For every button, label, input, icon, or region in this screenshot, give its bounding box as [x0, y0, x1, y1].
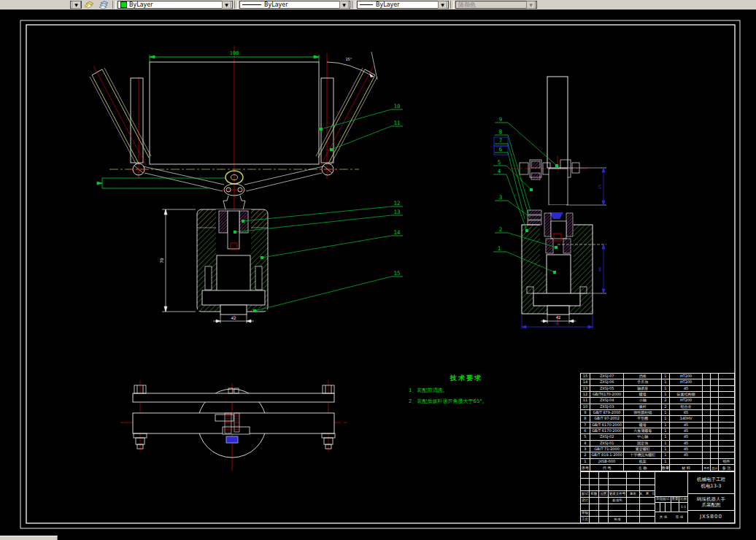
bom-cell: 11	[581, 398, 590, 403]
bom-cell: ZXSJ-02	[590, 434, 625, 439]
label-zone: 分区	[599, 491, 609, 497]
bom-cell	[703, 416, 711, 421]
toolbar-separator	[234, 1, 238, 9]
bom-cell: 45	[670, 434, 703, 439]
bom-cell	[719, 447, 734, 452]
bom-cell: 螺母	[624, 392, 661, 397]
dim-side-upper: 25	[598, 185, 602, 190]
title-block-revision-grid: 标记 处数 分区 更改文件号 签名 年、月、日 设计 标准化 审核 工艺	[581, 472, 655, 522]
bom-cell: 1	[662, 447, 670, 452]
lineweight-control-combo[interactable]: ByLayer ▼	[357, 1, 449, 9]
bom-cell: 2	[662, 404, 670, 409]
bom-row: 12GB/T6170-2000螺母1碳素结构钢	[581, 391, 734, 397]
color-control-combo[interactable]: ByLayer ▼	[117, 1, 233, 9]
label-sheet: 第 张	[676, 516, 683, 520]
chevron-down-icon[interactable]: ▼	[339, 1, 349, 9]
layer-combo-arrow[interactable]: ▼	[70, 1, 82, 9]
bom-cell: 8	[581, 416, 590, 421]
callout-8: 8	[499, 128, 503, 135]
bom-cell: 1	[662, 441, 670, 446]
bom-cell	[711, 404, 719, 409]
properties-toolbar: ▼ ByLayer ▼ ByLayer ▼	[0, 0, 756, 10]
label-stage: 阶段标记	[655, 497, 671, 502]
bom-cell	[719, 386, 734, 391]
bom-row: 3GB/T 71-2000紧定螺钉145	[581, 446, 734, 452]
bom-cell	[719, 398, 734, 403]
plotstyle-combo-value: 随颜色	[458, 1, 476, 9]
chevron-down-icon[interactable]: ▼	[438, 1, 447, 9]
callout-9: 9	[499, 116, 503, 123]
front-view: 100 15°	[90, 46, 377, 323]
label-design: 设计	[581, 498, 590, 504]
bom-row: 7GB/T 6170-2000螺母145	[581, 422, 734, 428]
bom-cell: 7	[581, 423, 590, 428]
bom-header-name: 名 称	[624, 465, 661, 471]
label-sign: 签名	[627, 491, 640, 497]
callout-12: 12	[393, 200, 400, 207]
bom-cell	[719, 441, 734, 446]
bom-cell	[719, 392, 734, 397]
bom-cell	[719, 428, 734, 433]
bom-cell: 1	[581, 459, 590, 464]
bom-cell: HT200	[670, 398, 703, 403]
bom-cell: 1	[662, 459, 670, 464]
layer-previous-icon	[84, 1, 94, 9]
bom-cell	[703, 374, 711, 379]
bom-header-unit: 单件	[703, 465, 711, 471]
bom-cell	[711, 374, 719, 379]
bom-cell: 2	[662, 398, 670, 403]
bom-cell: 1	[662, 374, 670, 379]
bom-cell: 45	[670, 386, 703, 391]
bom-row: 6GB/T 6170-2000六角薄螺母145	[581, 428, 734, 433]
bom-rows: 15ZXSJ-07挡板1HT20014ZXSJ-06手爪块1HT20013ZXS…	[581, 374, 734, 464]
bom-cell: 65	[670, 410, 703, 415]
bom-cell: HT200	[670, 374, 703, 379]
bom-cell	[719, 452, 734, 458]
chevron-down-icon: ▼	[526, 1, 536, 9]
linetype-control-combo[interactable]: ByLayer ▼	[239, 1, 350, 9]
chevron-down-icon[interactable]: ▼	[222, 1, 231, 9]
lineweight-combo-value: ByLayer	[376, 1, 400, 8]
bom-row: 9GB/T 879-2000弹性圆柱销165	[581, 409, 734, 415]
bom-row: 4ZXSJ-01固定块145	[581, 440, 734, 446]
plotstyle-control-combo: 随颜色 ▼	[455, 1, 537, 9]
callout-10: 10	[393, 103, 401, 109]
bom-cell: 13	[581, 386, 590, 391]
bom-cell	[711, 398, 719, 403]
bom-cell: 弹性圆柱销	[624, 410, 661, 415]
toolbar-separator	[112, 1, 116, 9]
bom-cell: GB/T 71-2000	[590, 447, 625, 452]
bom-cell: 挡板	[624, 374, 661, 379]
label-ratio: 比例	[679, 497, 687, 502]
tech-req-title: 技术要求	[450, 374, 573, 383]
bom-cell	[711, 410, 719, 415]
label-date: 年、月、日	[640, 491, 655, 497]
bom-cell: 碳素结构钢	[670, 392, 703, 397]
bom-cell: 45	[670, 428, 703, 433]
bom-cell	[711, 434, 719, 439]
bom-cell: 9	[581, 410, 590, 415]
title-block-stage-section: 阶段标记 重量 比例 1:1 共 张 第 张	[655, 472, 688, 522]
bom-cell: 铝合金	[670, 404, 703, 409]
bom-cell: 1	[662, 379, 670, 385]
bom-cell: 轴承座	[624, 386, 661, 391]
bom-cell	[703, 379, 711, 385]
dim-side-overall: 70	[555, 322, 559, 326]
bom-row: 1JXSB-000机架1组件	[581, 458, 734, 464]
label-doc-no: 更改文件号	[609, 491, 627, 497]
bom-cell	[703, 434, 711, 439]
callout-4: 4	[498, 168, 501, 174]
bom-cell	[711, 423, 719, 428]
make-layer-current-button[interactable]	[82, 1, 96, 9]
bom-cell: 140HV	[670, 416, 703, 421]
bom-cell: 拨杆	[624, 404, 661, 409]
title-block-info: 机械电子工程 机电13-3 码垛机器人手 爪装配图 JXSB00	[688, 472, 734, 522]
bom-cell: ZXSJ-04	[590, 398, 625, 403]
bom-cell	[703, 447, 711, 452]
layer-states-button[interactable]	[96, 1, 111, 9]
bom-cell	[703, 404, 711, 409]
bom-cell: 1	[662, 386, 670, 391]
bom-cell	[703, 386, 711, 391]
bom-cell: 螺母	[624, 423, 661, 428]
chevron-down-icon[interactable]: ▼	[72, 1, 81, 9]
